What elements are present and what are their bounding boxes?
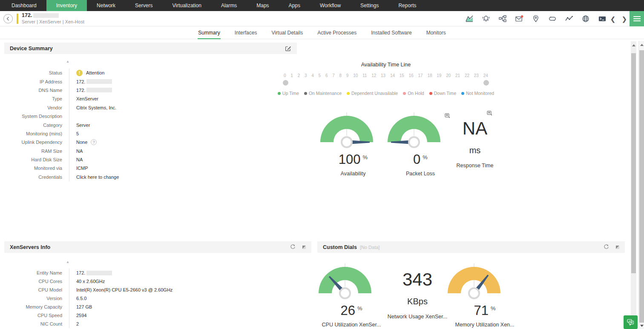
field-value: 172. xyxy=(69,77,298,86)
edit-icon[interactable] xyxy=(285,45,291,51)
timeline-hour: 10 xyxy=(353,73,358,78)
nav-item-apps[interactable]: Apps xyxy=(279,0,310,11)
dial-unit: % xyxy=(357,305,362,312)
inner-scrollbar xyxy=(631,41,636,316)
tab-monitors[interactable]: Monitors xyxy=(426,26,446,39)
legend-label: Up Time xyxy=(282,91,299,96)
field-value: Citrix Systems, Inc. xyxy=(69,103,298,112)
scrollbar-up-arrow[interactable] xyxy=(632,44,635,46)
dial-memory-utilization-xen: 71%Memory Utilization Xen... xyxy=(446,263,523,328)
field-value-text: None xyxy=(76,140,87,145)
nav-item-reports[interactable]: Reports xyxy=(388,0,426,11)
timeline-hour: 21 xyxy=(455,73,460,78)
export-report-icon[interactable] xyxy=(487,110,493,116)
timeline-hour: 18 xyxy=(427,73,432,78)
nav-item-settings[interactable]: Settings xyxy=(351,0,388,11)
nav-item-dashboard[interactable]: Dashboard xyxy=(2,0,46,11)
help-icon[interactable]: ? xyxy=(91,139,97,145)
nav-item-inventory[interactable]: Inventory xyxy=(46,0,87,11)
scrollbar-up-arrow[interactable] xyxy=(640,44,644,46)
pin-icon[interactable] xyxy=(302,246,306,249)
dial-number: 343 xyxy=(379,269,456,290)
timeline-hour: 23 xyxy=(474,73,479,78)
legend-dot xyxy=(347,92,350,95)
timeline-hour: 15 xyxy=(400,73,404,78)
device-title: 172. xyxy=(22,12,59,18)
legend-down-time: Down Time xyxy=(429,91,457,96)
chevron-right-icon[interactable]: ❯ xyxy=(621,16,627,22)
field-value: 2 xyxy=(69,320,315,328)
dial-label: Memory Utilization Xen... xyxy=(446,322,523,328)
dial-value: 100% xyxy=(319,152,387,167)
timeline-hour: 9 xyxy=(346,73,349,78)
legend-not-monitored: Not Monitored xyxy=(461,91,494,96)
credentials-change-link[interactable]: Click here to change xyxy=(76,175,119,180)
chat-support-button[interactable] xyxy=(624,315,638,329)
tab-installed-software[interactable]: Installed Software xyxy=(371,26,412,39)
xenservers-info-row-memory-capacity: Memory Capacity127 GB xyxy=(0,303,315,311)
redacted-value xyxy=(86,79,112,84)
chevron-left-icon[interactable]: ❮ xyxy=(610,16,616,22)
export-report-icon[interactable] xyxy=(445,113,451,119)
chat-bubbles-icon xyxy=(627,318,635,326)
device-summary-row-ram-size: RAM SizeNA xyxy=(0,147,298,155)
dial-number: 71 xyxy=(474,303,488,318)
timeline-hour: 17 xyxy=(418,73,423,78)
timeline-hour: 19 xyxy=(437,73,441,78)
device-summary-row-monitored-via: Monitored viaICMP xyxy=(0,164,298,172)
refresh-icon[interactable] xyxy=(290,244,296,250)
gauge-chart xyxy=(317,263,373,300)
alarm-bell-icon[interactable] xyxy=(482,14,490,23)
tab-summary[interactable]: Summary xyxy=(198,26,220,39)
dial-label: Availability xyxy=(319,171,387,177)
scrollbar-thumb[interactable] xyxy=(631,53,636,273)
device-breadcrumb: Server | XenServer | Xen-Host xyxy=(22,19,84,24)
topology-icon[interactable] xyxy=(498,14,507,23)
terminal-icon[interactable] xyxy=(598,14,607,23)
device-summary-row-vendor: VendorCitrix Systems, Inc. xyxy=(0,103,298,112)
performance-chart-icon[interactable] xyxy=(465,14,474,23)
tab-active-processes[interactable]: Active Processes xyxy=(317,26,357,39)
tab-virtual-details[interactable]: Virtual Details xyxy=(271,26,303,39)
menu-button[interactable] xyxy=(630,11,644,26)
scrollbar-thumb[interactable] xyxy=(639,50,644,323)
timeline-hour: 16 xyxy=(409,73,414,78)
field-value-text: 40 x 2.60GHz xyxy=(76,279,105,284)
device-summary-row-credentials: CredentialsClick here to change xyxy=(0,173,298,181)
timeline-hour: 20 xyxy=(446,73,451,78)
gauge-chart xyxy=(386,112,442,149)
loop-icon[interactable] xyxy=(548,14,557,23)
field-value-text: Server xyxy=(76,123,90,128)
globe-icon[interactable] xyxy=(581,14,590,23)
field-label: Type xyxy=(0,94,62,103)
location-pin-icon[interactable] xyxy=(532,14,540,23)
field-label: CPU Cores xyxy=(0,277,62,286)
nav-item-maps[interactable]: Maps xyxy=(247,0,279,11)
legend-label: Not Monitored xyxy=(466,91,494,96)
xenservers-info-row-cpu-speed: CPU Speed2594 xyxy=(0,311,315,320)
timeline-hour: 6 xyxy=(325,73,328,78)
tab-interfaces[interactable]: Interfaces xyxy=(234,26,258,39)
legend-dot xyxy=(461,92,464,95)
nav-item-servers[interactable]: Servers xyxy=(125,0,162,11)
scroll-up-caret[interactable]: ▲ xyxy=(66,60,69,63)
mail-notification-icon[interactable] xyxy=(515,14,523,23)
dial-label: CPU Utilization XenSer... xyxy=(317,322,385,328)
scrollbar-down-arrow[interactable] xyxy=(640,325,644,327)
field-value xyxy=(69,112,298,120)
nav-item-alarms[interactable]: Alarms xyxy=(211,0,247,11)
redacted-value xyxy=(86,271,112,275)
field-value: None? xyxy=(69,138,298,146)
field-value: NA xyxy=(69,155,298,164)
line-graph-icon[interactable] xyxy=(565,14,573,23)
xenservers-info-row-nic-count: NIC Count2 xyxy=(0,320,315,328)
nav-item-workflow[interactable]: Workflow xyxy=(310,0,351,11)
refresh-icon[interactable] xyxy=(604,244,609,250)
field-value: 172. xyxy=(69,86,298,94)
nav-item-virtualization[interactable]: Virtualization xyxy=(162,0,211,11)
pin-icon[interactable] xyxy=(616,246,619,249)
back-button[interactable] xyxy=(3,14,13,23)
nav-item-network[interactable]: Network xyxy=(87,0,125,11)
field-value: Server xyxy=(69,120,298,129)
scroll-up-caret[interactable]: ▲ xyxy=(66,260,69,264)
